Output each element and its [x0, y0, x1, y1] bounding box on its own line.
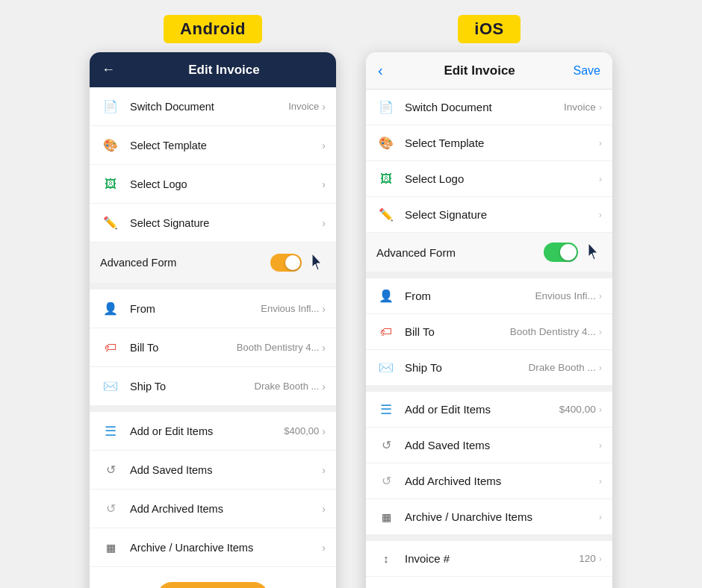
ios-chevron-icon: › [599, 440, 602, 451]
ios-add-archived-items[interactable]: ↺ Add Archived Items › [366, 463, 612, 499]
chevron-icon: › [322, 217, 326, 229]
chevron-icon: › [322, 178, 326, 190]
ios-bill-to[interactable]: 🏷 Bill To Booth Dentistry 4... › [366, 314, 612, 350]
advanced-form-label: Advanced Form [100, 257, 270, 269]
ios-edit-items-icon: ☰ [376, 401, 396, 418]
android-from[interactable]: 👤 From Envious Infl... › [90, 290, 336, 328]
ios-add-edit-items-value: $400,00 [559, 404, 596, 415]
ios-bill-to-icon: 🏷 [376, 325, 396, 339]
android-header: ← Edit Invoice [90, 52, 336, 87]
android-add-archived-items[interactable]: ↺ Add Archived Items › [90, 490, 336, 528]
ship-to-label: Ship To [130, 381, 255, 392]
ios-from-label: From [405, 290, 535, 302]
advanced-form-toggle-android[interactable] [270, 254, 302, 272]
chevron-icon: › [322, 464, 326, 476]
ios-add-saved-items[interactable]: ↺ Add Saved Items › [366, 428, 612, 463]
ios-add-edit-items-label: Add or Edit Items [405, 403, 559, 416]
ios-saved-items-icon: ↺ [376, 438, 396, 452]
android-select-logo[interactable]: 🖼 Select Logo › [90, 165, 336, 204]
add-archived-items-label: Add Archived Items [130, 503, 322, 515]
ios-invoice-date[interactable]: 📅 Invoice Date 06.09.2022 › [366, 577, 612, 588]
android-phone: ← Edit Invoice 📄 Switch Document Invoice… [90, 52, 336, 588]
ios-save-header-button[interactable]: Save [574, 64, 600, 78]
ios-badge: iOS [458, 15, 520, 43]
cursor-icon-ios [585, 242, 602, 263]
ios-select-signature[interactable]: ✏️ Select Signature › [366, 197, 612, 233]
ios-separator-2 [366, 386, 612, 392]
android-advanced-form-row[interactable]: Advanced Form [90, 243, 336, 284]
ios-select-template[interactable]: 🎨 Select Template › [366, 125, 612, 161]
ios-advanced-form-row[interactable]: Advanced Form [366, 233, 612, 272]
android-column: Android ← Edit Invoice 📄 Switch Document… [90, 15, 336, 588]
ios-chevron-icon: › [599, 137, 602, 148]
switch-document-label: Switch Document [130, 101, 288, 113]
ios-separator-3 [366, 535, 612, 541]
chevron-icon: › [322, 381, 326, 392]
android-ship-to[interactable]: ✉️ Ship To Drake Booth ... › [90, 367, 336, 406]
ios-chevron-icon: › [599, 362, 602, 373]
ios-select-logo-label: Select Logo [405, 172, 599, 185]
ios-chevron-icon: › [599, 101, 602, 113]
ios-back-icon[interactable]: ‹ [378, 62, 383, 79]
ship-to-icon: ✉️ [100, 379, 121, 393]
android-divider-2 [90, 406, 336, 412]
android-save-button[interactable]: ✓ Save Invoice [158, 582, 268, 588]
bill-to-label: Bill To [130, 342, 237, 354]
bill-to-value: Booth Dentistry 4... [237, 342, 320, 353]
ios-add-edit-items[interactable]: ☰ Add or Edit Items $400,00 › [366, 392, 612, 428]
chevron-icon: › [322, 140, 326, 151]
ios-archive-items[interactable]: ▦ Archive / Unarchive Items › [366, 499, 612, 535]
ios-chevron-icon: › [599, 173, 602, 184]
edit-items-icon: ☰ [100, 423, 121, 440]
add-saved-items-label: Add Saved Items [130, 464, 322, 476]
archive-icon: ▦ [100, 542, 121, 554]
android-list: 📄 Switch Document Invoice › 🎨 Select Tem… [90, 87, 336, 567]
ios-bill-to-label: Bill To [405, 325, 510, 338]
ios-switch-document[interactable]: 📄 Switch Document Invoice › [366, 90, 612, 125]
from-icon: 👤 [100, 301, 121, 316]
platforms-row: Android ← Edit Invoice 📄 Switch Document… [15, 15, 687, 588]
add-edit-items-label: Add or Edit Items [130, 425, 284, 437]
android-switch-document[interactable]: 📄 Switch Document Invoice › [90, 87, 336, 126]
ios-archive-items-label: Archive / Unarchive Items [405, 510, 599, 523]
advanced-form-toggle-ios[interactable] [544, 243, 578, 262]
ios-select-logo[interactable]: 🖼 Select Logo › [366, 161, 612, 197]
ios-from[interactable]: 👤 From Envious Infi... › [366, 278, 612, 314]
chevron-icon: › [322, 425, 326, 437]
ios-add-saved-items-label: Add Saved Items [405, 439, 599, 451]
switch-document-value: Invoice [288, 101, 319, 112]
android-badge: Android [164, 15, 262, 43]
ios-archived-items-icon: ↺ [376, 474, 396, 488]
android-archive-items[interactable]: ▦ Archive / Unarchive Items › [90, 528, 336, 567]
cursor-icon-android [309, 252, 326, 273]
chevron-icon: › [322, 342, 326, 354]
archived-items-icon: ↺ [100, 501, 121, 516]
android-back-icon[interactable]: ← [102, 62, 115, 78]
chevron-icon: › [322, 503, 326, 515]
android-add-edit-items[interactable]: ☰ Add or Edit Items $400,00 › [90, 412, 336, 451]
ios-from-value: Envious Infi... [535, 290, 596, 301]
logo-icon: 🖼 [100, 178, 121, 191]
ios-list: 📄 Switch Document Invoice › 🎨 Select Tem… [366, 90, 612, 588]
ios-invoice-number[interactable]: ↕ Invoice # 120 › [366, 541, 612, 577]
chevron-icon: › [322, 101, 326, 113]
ios-select-template-label: Select Template [405, 137, 599, 149]
ios-ship-to[interactable]: ✉️ Ship To Drake Booth ... › [366, 350, 612, 386]
android-add-saved-items[interactable]: ↺ Add Saved Items › [90, 451, 336, 490]
bill-to-icon: 🏷 [100, 341, 121, 354]
ios-chevron-icon: › [599, 326, 602, 337]
ios-chevron-icon: › [599, 209, 602, 220]
ios-invoice-num-value: 120 [579, 553, 596, 564]
from-value: Envious Infl... [261, 303, 319, 314]
chevron-icon: › [322, 303, 326, 315]
android-select-signature[interactable]: ✏️ Select Signature › [90, 204, 336, 243]
android-bill-to[interactable]: 🏷 Bill To Booth Dentistry 4... › [90, 328, 336, 367]
ios-bill-to-value: Booth Dentistry 4... [510, 326, 596, 337]
signature-icon: ✏️ [100, 216, 121, 230]
saved-items-icon: ↺ [100, 463, 121, 477]
ios-from-icon: 👤 [376, 289, 396, 303]
ios-chevron-icon: › [599, 553, 602, 564]
select-template-label: Select Template [130, 140, 322, 151]
android-select-template[interactable]: 🎨 Select Template › [90, 126, 336, 165]
ios-invoice-num-label: Invoice # [405, 552, 579, 565]
